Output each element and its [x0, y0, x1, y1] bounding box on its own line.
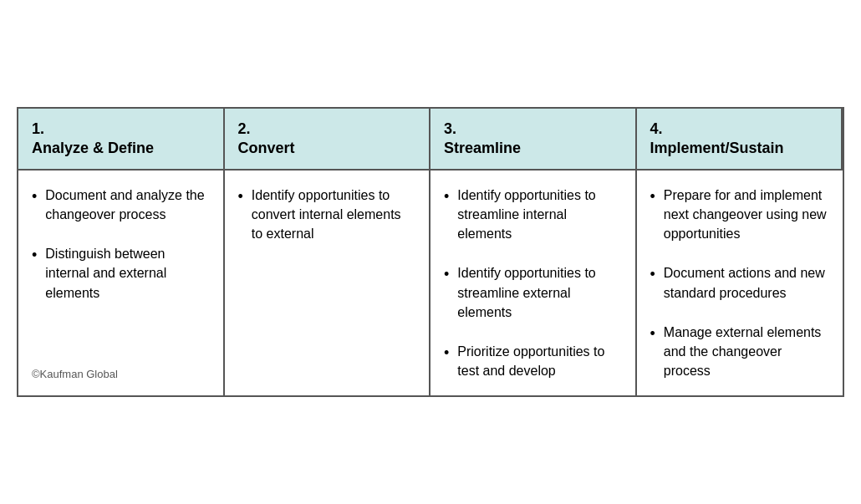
list-item: • Identify opportunities to streamline e…: [444, 263, 622, 322]
body-cell-3: • Identify opportunities to streamline i…: [430, 171, 637, 396]
list-2: • Identify opportunities to convert inte…: [238, 186, 416, 244]
item-text: Manage external elements and the changeo…: [664, 323, 829, 381]
item-text: Identify opportunities to streamline ext…: [457, 263, 621, 322]
bullet-icon: •: [650, 263, 655, 285]
bullet-icon: •: [32, 186, 37, 207]
list-item: • Document and analyze the changeover pr…: [32, 186, 210, 224]
bullet-icon: •: [444, 186, 449, 207]
bullet-icon: •: [650, 186, 655, 207]
bullet-icon: •: [444, 342, 449, 364]
table-grid: 1. Analyze & Define 2. Convert 3. Stream…: [18, 109, 843, 396]
list-item: • Document actions and new standard proc…: [650, 263, 830, 302]
bullet-icon: •: [650, 323, 655, 344]
list-item: • Identify opportunities to streamline i…: [444, 186, 622, 244]
copyright: ©Kaufman Global: [32, 359, 210, 380]
list-3: • Identify opportunities to streamline i…: [444, 186, 622, 381]
header-cell-2: 2. Convert: [225, 109, 431, 171]
header-title-4: Implement/Sustain: [650, 140, 784, 156]
list-item: • Prioritize opportunities to test and d…: [444, 342, 622, 380]
body-cell-4: • Prepare for and implement next changeo…: [637, 171, 843, 396]
main-table: 1. Analyze & Define 2. Convert 3. Stream…: [17, 107, 844, 398]
body-cell-1: • Document and analyze the changeover pr…: [18, 171, 225, 396]
item-text: Document and analyze the changeover proc…: [45, 186, 209, 224]
bullet-icon: •: [238, 186, 243, 207]
list-4: • Prepare for and implement next changeo…: [650, 186, 830, 381]
header-title-3: Streamline: [444, 140, 521, 156]
header-cell-1: 1. Analyze & Define: [18, 109, 225, 171]
header-title-1: Analyze & Define: [32, 140, 154, 156]
list-item: • Distinguish between internal and exter…: [32, 244, 210, 303]
header-number-4: 4.: [650, 120, 828, 138]
header-title-2: Convert: [238, 140, 295, 156]
header-number-1: 1.: [32, 120, 210, 138]
item-text: Identify opportunities to convert intern…: [252, 186, 415, 244]
list-item: • Prepare for and implement next changeo…: [650, 186, 830, 244]
item-text: Prepare for and implement next changeove…: [664, 186, 829, 244]
list-item: • Identify opportunities to convert inte…: [238, 186, 416, 244]
item-text: Distinguish between internal and externa…: [45, 244, 209, 303]
header-cell-4: 4. Implement/Sustain: [637, 109, 843, 171]
bullet-icon: •: [444, 263, 449, 285]
body-cell-2: • Identify opportunities to convert inte…: [225, 171, 431, 396]
item-text: Document actions and new standard proced…: [664, 263, 829, 302]
list-1: • Document and analyze the changeover pr…: [32, 186, 210, 303]
header-number-2: 2.: [238, 120, 416, 138]
item-text: Identify opportunities to streamline int…: [457, 186, 621, 244]
bullet-icon: •: [32, 244, 37, 266]
item-text: Prioritize opportunities to test and dev…: [457, 342, 621, 380]
list-item: • Manage external elements and the chang…: [650, 323, 830, 381]
header-cell-3: 3. Streamline: [430, 109, 637, 171]
header-number-3: 3.: [444, 120, 622, 138]
